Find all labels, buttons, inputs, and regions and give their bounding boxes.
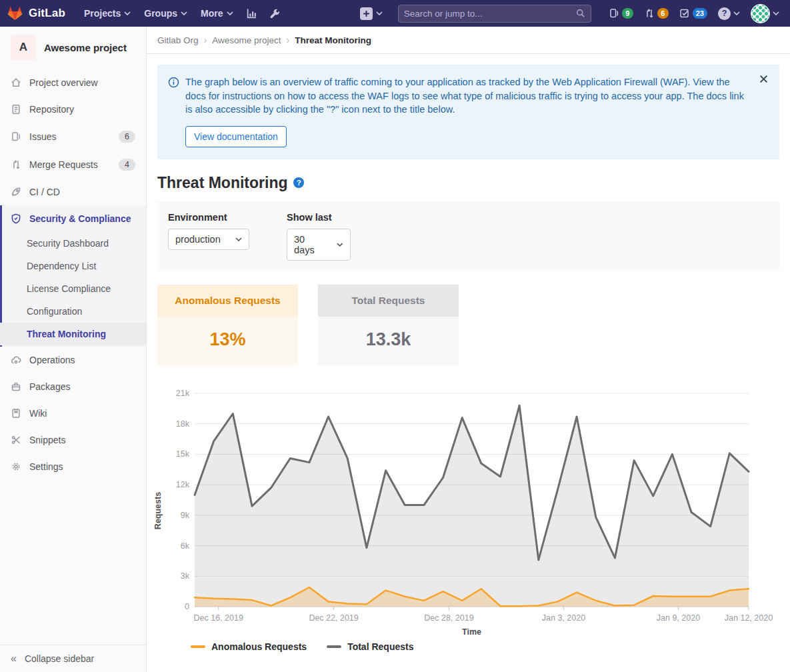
anomalous-requests-label: Anomalous Requests	[157, 285, 298, 317]
new-menu-button[interactable]	[354, 0, 389, 27]
environment-select[interactable]: production	[168, 229, 249, 250]
sidebar-item-operations[interactable]: Operations	[0, 347, 146, 373]
help-icon: ?	[718, 7, 731, 20]
project-header[interactable]: A Awesome project	[0, 27, 146, 69]
admin-area-button[interactable]	[263, 0, 287, 27]
svg-text:Dec 28, 2019: Dec 28, 2019	[424, 613, 473, 623]
gitlab-logo[interactable]: GitLab	[7, 5, 65, 21]
legend-item-anomalous[interactable]: Anomalous Requests	[191, 641, 307, 652]
merge-request-icon	[11, 159, 21, 170]
breadcrumb: Gitlab Org › Awesome project › Threat Mo…	[147, 27, 790, 54]
issues-count-badge: 9	[622, 8, 633, 19]
double-chevron-left-icon: «	[11, 653, 17, 664]
project-name: Awesome project	[44, 42, 127, 53]
menu-groups[interactable]: Groups	[137, 0, 194, 27]
title-help-icon[interactable]: ?	[293, 177, 304, 188]
home-icon	[11, 77, 21, 88]
sidebar-item-snippets[interactable]: Snippets	[0, 427, 146, 453]
shield-icon	[11, 213, 21, 224]
top-navbar: GitLab Projects Groups More	[0, 0, 790, 27]
sidebar-item-label: Settings	[29, 461, 63, 472]
sidebar-item-issues[interactable]: Issues 6	[0, 123, 146, 151]
breadcrumb-separator: ›	[287, 35, 290, 45]
gitlab-tanuki-icon	[7, 5, 23, 21]
breadcrumb-separator: ›	[204, 35, 207, 45]
bar-chart-icon	[246, 8, 257, 19]
help-menu[interactable]: ?	[713, 7, 745, 20]
sidebar-subitem-dependency-list[interactable]: Dependency List	[0, 255, 146, 277]
sidebar-item-ci-cd[interactable]: CI / CD	[0, 179, 146, 205]
sidebar-item-security-compliance[interactable]: Security & Compliance	[0, 205, 146, 232]
merge-request-icon	[644, 8, 655, 19]
show-last-select[interactable]: 30 days	[287, 229, 351, 261]
wrench-icon	[269, 8, 281, 19]
legend-swatch-anomalous	[191, 645, 205, 648]
sidebar-item-settings[interactable]: Settings	[0, 453, 146, 480]
sidebar-item-merge-requests[interactable]: Merge Requests 4	[0, 151, 146, 179]
sidebar-subitem-license-compliance[interactable]: License Compliance	[0, 277, 146, 300]
issues-icon	[11, 131, 21, 142]
chevron-down-icon	[773, 11, 779, 15]
svg-text:12k: 12k	[176, 480, 190, 489]
svg-text:Dec 16, 2019: Dec 16, 2019	[194, 613, 243, 623]
sidebar-item-label: Security & Compliance	[29, 213, 131, 224]
user-menu[interactable]	[745, 4, 779, 23]
chart-legend: Anomalous Requests Total Requests	[191, 641, 790, 652]
sidebar-item-project-overview[interactable]: Project overview	[0, 69, 146, 96]
alert-message: The graph below is an overview of traffi…	[185, 75, 749, 117]
filter-panel: Environment production Show last 30 days	[157, 201, 779, 271]
anomalous-requests-card[interactable]: Anomalous Requests 13%	[157, 285, 298, 365]
total-requests-card[interactable]: Total Requests 13.3k	[318, 285, 459, 365]
waf-info-alert: The graph below is an overview of traffi…	[157, 65, 779, 159]
breadcrumb-group[interactable]: Gitlab Org	[157, 35, 199, 45]
traffic-chart: Requests 03k6k9k12k15k18k21kDec 16, 2019…	[152, 381, 779, 640]
page-title-row: Threat Monitoring ?	[147, 170, 790, 201]
sidebar-item-wiki[interactable]: Wiki	[0, 400, 146, 427]
analytics-button[interactable]	[240, 0, 263, 27]
stat-cards: Anomalous Requests 13% Total Requests 13…	[157, 285, 779, 365]
svg-text:0: 0	[185, 602, 189, 611]
menu-projects[interactable]: Projects	[77, 0, 137, 27]
mr-count-badge: 6	[657, 8, 669, 19]
legend-item-total[interactable]: Total Requests	[327, 641, 413, 652]
svg-text:3k: 3k	[181, 571, 190, 581]
view-documentation-button[interactable]: View documentation	[185, 126, 287, 147]
merge-requests-badge: 4	[119, 159, 135, 171]
menu-groups-label: Groups	[144, 8, 177, 19]
sidebar-item-packages[interactable]: Packages	[0, 373, 146, 400]
sidebar-item-repository[interactable]: Repository	[0, 96, 146, 123]
y-axis-title: Requests	[152, 381, 164, 640]
page-title: Threat Monitoring	[157, 174, 287, 192]
menu-projects-label: Projects	[84, 8, 121, 19]
info-icon	[168, 77, 179, 88]
sidebar-subitem-configuration[interactable]: Configuration	[0, 300, 146, 323]
close-alert-button[interactable]	[758, 73, 769, 87]
collapse-sidebar-button[interactable]: « Collapse sidebar	[0, 645, 146, 672]
legend-label-total: Total Requests	[347, 641, 413, 652]
chevron-down-icon	[181, 11, 187, 15]
sidebar-item-label: Wiki	[29, 408, 47, 419]
search-input[interactable]	[404, 9, 576, 19]
user-avatar	[751, 4, 770, 23]
sidebar-subitem-threat-monitoring[interactable]: Threat Monitoring	[0, 323, 146, 345]
breadcrumb-project[interactable]: Awesome project	[212, 35, 281, 45]
sidebar-item-label: Repository	[29, 104, 74, 115]
todos-counter[interactable]: 23	[674, 8, 713, 19]
collapse-sidebar-label: Collapse sidebar	[25, 653, 94, 664]
anomalous-requests-value: 13%	[157, 317, 298, 365]
scissors-icon	[11, 435, 21, 445]
issues-badge: 6	[119, 131, 135, 143]
chevron-down-icon	[337, 243, 343, 247]
menu-more-label: More	[201, 8, 223, 19]
svg-text:Jan 3, 2020: Jan 3, 2020	[542, 613, 585, 623]
environment-filter: Environment production	[168, 212, 249, 261]
threat-chart-svg: 03k6k9k12k15k18k21kDec 16, 2019Dec 22, 2…	[164, 381, 771, 640]
brand-name: GitLab	[29, 7, 65, 20]
issues-counter[interactable]: 9	[603, 8, 639, 19]
sidebar-subitem-security-dashboard[interactable]: Security Dashboard	[0, 232, 146, 255]
merge-requests-counter[interactable]: 6	[639, 8, 674, 19]
issues-icon	[609, 8, 619, 19]
menu-more[interactable]: More	[194, 0, 239, 27]
environment-label: Environment	[168, 212, 249, 223]
cloud-gear-icon	[11, 355, 21, 365]
